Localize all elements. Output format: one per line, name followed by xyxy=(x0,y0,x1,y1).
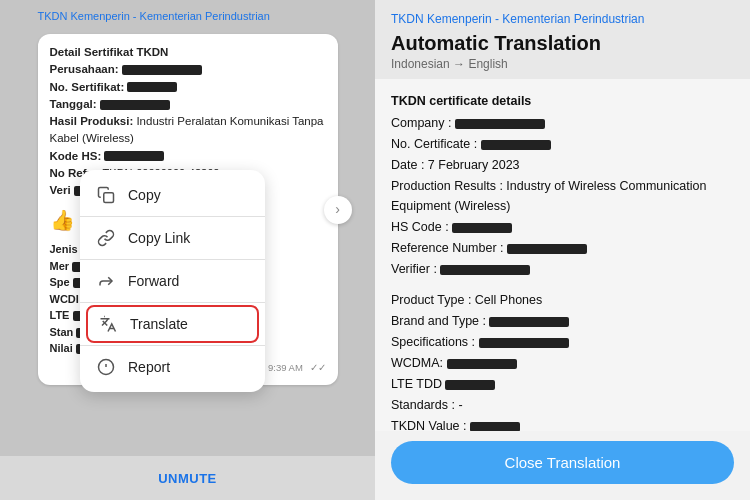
lang-direction: Indonesian → English xyxy=(391,57,734,71)
specifications-translated: Specifications : xyxy=(391,332,734,352)
copy-icon xyxy=(96,185,116,205)
no-sertifikat-field: No. Sertifikat: xyxy=(50,79,326,96)
left-panel: TKDN Kemenperin - Kementerian Perindustr… xyxy=(0,0,375,500)
right-panel: TKDN Kemenperin - Kementerian Perindustr… xyxy=(375,0,750,500)
translation-header: TKDN Kemenperin - Kementerian Perindustr… xyxy=(375,0,750,79)
svg-rect-0 xyxy=(104,193,114,203)
copy-label: Copy xyxy=(128,187,161,203)
lte-tdd-translated: LTE TDD xyxy=(391,374,734,394)
context-menu: Copy Copy Link Forward xyxy=(80,170,265,392)
report-label: Report xyxy=(128,359,170,375)
report-icon xyxy=(96,357,116,377)
brand-type-translated: Brand and Type : xyxy=(391,311,734,331)
menu-item-copy-link[interactable]: Copy Link xyxy=(80,219,265,257)
forward-menu-icon xyxy=(96,271,116,291)
translation-body: TKDN certificate details Company : No. C… xyxy=(375,79,750,431)
hs-code-translated: HS Code : xyxy=(391,217,734,237)
production-results-translated: Production Results : Industry of Wireles… xyxy=(391,176,734,216)
tanggal-field: Tanggal: xyxy=(50,96,326,113)
tkdn-value-translated: TKDN Value : xyxy=(391,416,734,431)
menu-item-translate[interactable]: Translate xyxy=(86,305,259,343)
bottom-bar: UNMUTE xyxy=(0,456,375,500)
left-app-title: TKDN Kemenperin - Kementerian Perindustr… xyxy=(38,10,338,22)
menu-item-copy[interactable]: Copy xyxy=(80,176,265,214)
date-translated: Date : 7 February 2023 xyxy=(391,155,734,175)
translate-label: Translate xyxy=(130,316,188,332)
detail-label: Detail Sertifikat TKDN xyxy=(50,44,326,61)
copy-link-icon xyxy=(96,228,116,248)
right-app-title: TKDN Kemenperin - Kementerian Perindustr… xyxy=(391,12,734,26)
unmute-button[interactable]: UNMUTE xyxy=(158,471,217,486)
standards-translated: Standards : - xyxy=(391,395,734,415)
close-translation-button[interactable]: Close Translation xyxy=(391,441,734,484)
verifier-translated: Verifier : xyxy=(391,259,734,279)
reference-number-translated: Reference Number : xyxy=(391,238,734,258)
kode-hs-field: Kode HS: xyxy=(50,148,326,165)
company-field: Perusahaan: xyxy=(50,61,326,78)
forward-label: Forward xyxy=(128,273,179,289)
section-title: TKDN certificate details xyxy=(391,91,734,111)
translate-icon xyxy=(98,314,118,334)
product-type-translated: Product Type : Cell Phones xyxy=(391,290,734,310)
company-translated: Company : xyxy=(391,113,734,133)
translation-title: Automatic Translation xyxy=(391,32,734,55)
forward-icon[interactable]: › xyxy=(324,196,352,224)
copy-link-label: Copy Link xyxy=(128,230,190,246)
no-certificate-translated: No. Certificate : xyxy=(391,134,734,154)
menu-item-forward[interactable]: Forward xyxy=(80,262,265,300)
wcdma-translated: WCDMA: xyxy=(391,353,734,373)
menu-item-report[interactable]: Report xyxy=(80,348,265,386)
hasil-produksi-field: Hasil Produksi: Industri Peralatan Komun… xyxy=(50,113,326,148)
